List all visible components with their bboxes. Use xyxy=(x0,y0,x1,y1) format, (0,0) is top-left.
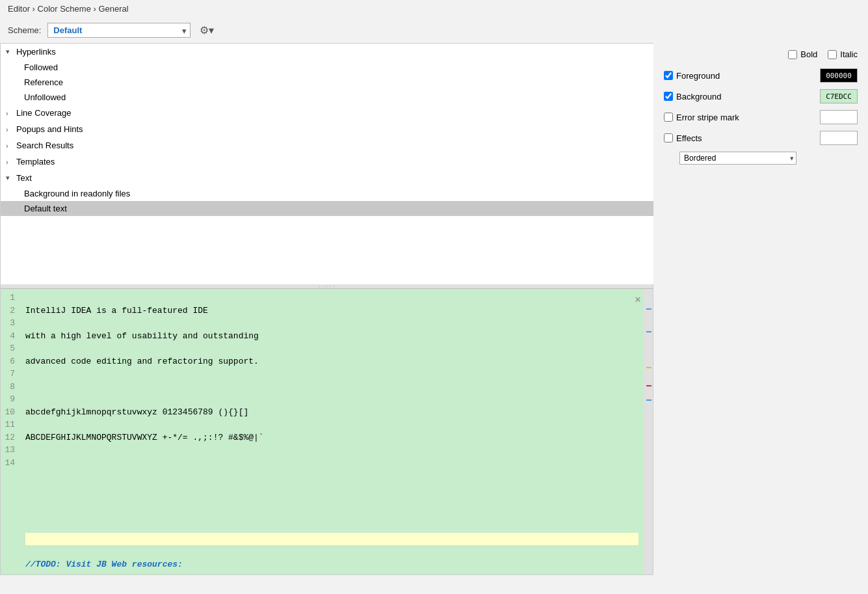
group-line-coverage-label: Line Coverage xyxy=(16,108,72,118)
chevron-right-icon: › xyxy=(6,158,16,166)
preview-line-6: ABCDEFGHIJKLMNOPQRSTUVWXYZ +-*/= .,;:!? … xyxy=(25,431,638,444)
chevron-right-icon: › xyxy=(6,142,16,150)
line-numbers: 1 2 3 4 5 6 7 8 9 10 11 12 13 14 xyxy=(1,289,20,574)
preview-line-10 xyxy=(25,533,638,546)
group-line-coverage[interactable]: › Line Coverage xyxy=(1,105,654,121)
preview-content: 1 2 3 4 5 6 7 8 9 10 11 12 13 14 Intelli… xyxy=(1,289,653,574)
scrollbar-marker-yellow xyxy=(646,367,651,368)
code-area: IntelliJ IDEA is a full-featured IDE wit… xyxy=(20,289,644,574)
foreground-label: Foreground xyxy=(676,71,720,81)
scrollbar-area[interactable] xyxy=(644,289,653,574)
preview-panel: ✕ 1 2 3 4 5 6 7 8 9 10 11 12 13 14 xyxy=(1,288,653,574)
gear-icon: ⚙ xyxy=(200,25,209,36)
scheme-label: Scheme: xyxy=(8,25,41,35)
group-text[interactable]: ▾ Text xyxy=(1,170,654,186)
error-stripe-color-box[interactable] xyxy=(820,110,858,124)
scheme-select[interactable]: Default Darcula High Contrast IntelliJ L… xyxy=(47,23,191,38)
effects-type-select[interactable]: Bordered Underscored Bold underscored Un… xyxy=(679,152,796,165)
preview-line-8 xyxy=(25,482,638,495)
effects-checkbox-label[interactable]: Effects xyxy=(664,133,761,143)
preview-line-7 xyxy=(25,457,638,470)
group-text-label: Text xyxy=(16,173,32,183)
scrollbar-marker-red xyxy=(646,385,651,386)
group-popups-hints-label: Popups and Hints xyxy=(16,124,83,134)
preview-line-2: with a high level of usability and outst… xyxy=(25,330,638,343)
tree-item-unfollowed[interactable]: Unfollowed xyxy=(1,90,654,105)
scheme-row: Scheme: Default Darcula High Contrast In… xyxy=(0,18,868,43)
props-panel: Bold Italic Foreground 000000 Background xyxy=(653,43,868,575)
background-checkbox-label[interactable]: Background xyxy=(664,92,761,101)
bold-checkbox-label[interactable]: Bold xyxy=(788,49,817,59)
tree-item-default-text[interactable]: Default text xyxy=(1,201,654,216)
group-hyperlinks[interactable]: ▾ Hyperlinks xyxy=(1,44,654,60)
bold-italic-row: Bold Italic xyxy=(664,49,858,59)
group-popups-hints[interactable]: › Popups and Hints xyxy=(1,121,654,137)
italic-checkbox[interactable] xyxy=(828,50,837,59)
left-column: ▾ Hyperlinks Followed Reference Unfollow… xyxy=(0,43,653,575)
breadcrumb: Editor › Color Scheme › General xyxy=(0,0,868,18)
preview-line-9 xyxy=(25,507,638,520)
foreground-checkbox[interactable] xyxy=(664,71,673,80)
foreground-value: 000000 xyxy=(826,72,852,80)
main-layout: ▾ Hyperlinks Followed Reference Unfollow… xyxy=(0,43,868,575)
foreground-row: Foreground 000000 xyxy=(664,68,858,83)
unfollowed-label: Unfollowed xyxy=(24,92,66,102)
effects-checkbox[interactable] xyxy=(664,133,673,142)
breadcrumb-text: Editor › Color Scheme › General xyxy=(8,4,129,14)
italic-label: Italic xyxy=(840,49,858,59)
group-templates[interactable]: › Templates xyxy=(1,154,654,170)
group-search-results-label: Search Results xyxy=(16,141,73,150)
preview-line-3: advanced code editing and refactoring su… xyxy=(25,355,638,368)
close-icon[interactable]: ✕ xyxy=(635,293,641,306)
effects-select-wrapper[interactable]: Bordered Underscored Bold underscored Un… xyxy=(679,152,796,165)
tree-item-followed[interactable]: Followed xyxy=(1,60,654,75)
followed-label: Followed xyxy=(24,62,58,72)
chevron-right-icon: › xyxy=(6,109,16,117)
chevron-right-icon: › xyxy=(6,126,16,133)
error-stripe-row: Error stripe mark xyxy=(664,110,858,124)
effects-row: Effects xyxy=(664,131,858,145)
scrollbar-marker-blue-1 xyxy=(646,308,651,310)
gear-button[interactable]: ⚙▾ xyxy=(197,23,217,38)
effects-color-box[interactable] xyxy=(820,131,858,145)
tree-item-reference[interactable]: Reference xyxy=(1,75,654,90)
error-stripe-label: Error stripe mark xyxy=(676,113,739,122)
tree-panel: ▾ Hyperlinks Followed Reference Unfollow… xyxy=(1,44,654,284)
default-text-label: Default text xyxy=(24,204,67,213)
background-row: Background C7EDCC xyxy=(664,89,858,103)
italic-checkbox-label[interactable]: Italic xyxy=(828,49,858,59)
preview-line-11: //TODO: Visit JB Web resources: xyxy=(25,558,638,571)
scheme-select-wrapper[interactable]: Default Darcula High Contrast IntelliJ L… xyxy=(47,23,191,38)
preview-line-4 xyxy=(25,381,638,394)
scrollbar-marker-blue-3 xyxy=(646,399,651,401)
group-templates-label: Templates xyxy=(16,157,55,167)
foreground-checkbox-label[interactable]: Foreground xyxy=(664,71,761,81)
chevron-down-icon: ▾ xyxy=(6,174,16,182)
scrollbar-marker-blue-2 xyxy=(646,331,651,332)
bg-readonly-label: Background in readonly files xyxy=(24,189,130,198)
background-label: Background xyxy=(676,92,721,101)
background-checkbox[interactable] xyxy=(664,92,673,101)
chevron-down-icon: ▾ xyxy=(6,47,16,56)
foreground-color-box[interactable]: 000000 xyxy=(820,68,858,83)
preview-line-5: abcdefghijklmnopqrstuvwxyz 0123456789 ()… xyxy=(25,406,638,419)
error-stripe-checkbox[interactable] xyxy=(664,113,673,122)
reference-label: Reference xyxy=(24,77,63,87)
bold-label: Bold xyxy=(800,49,817,59)
background-color-box[interactable]: C7EDCC xyxy=(820,89,858,103)
effects-dropdown-wrapper: Bordered Underscored Bold underscored Un… xyxy=(679,152,858,165)
tree-item-bg-readonly[interactable]: Background in readonly files xyxy=(1,186,654,201)
effects-label: Effects xyxy=(676,133,702,143)
bold-checkbox[interactable] xyxy=(788,50,797,59)
preview-line-1: IntelliJ IDEA is a full-featured IDE xyxy=(25,304,638,317)
background-value: C7EDCC xyxy=(826,92,852,101)
error-stripe-checkbox-label[interactable]: Error stripe mark xyxy=(664,113,761,122)
group-search-results[interactable]: › Search Results xyxy=(1,137,654,154)
group-hyperlinks-label: Hyperlinks xyxy=(16,47,56,57)
